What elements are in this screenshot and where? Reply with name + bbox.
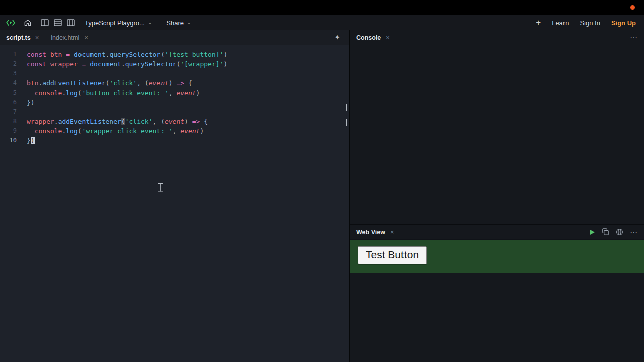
app-header: TypeScript Playgro... ⌄ Share ⌄ + Learn … xyxy=(0,15,644,30)
code-line: console.log('button click event: ', even… xyxy=(27,88,227,98)
test-button[interactable]: Test Button xyxy=(358,246,427,264)
console-header: Console × ⋯ xyxy=(350,30,644,45)
code-line: }) xyxy=(27,98,227,107)
close-icon[interactable]: × xyxy=(84,34,88,41)
side-panels: Console × ⋯ Web View × xyxy=(350,30,644,362)
tab-label: script.ts xyxy=(6,34,31,41)
code-line: console.log('wrapper click event: ', eve… xyxy=(27,126,227,136)
editor-tab-bar: script.ts × index.html × ✦ xyxy=(0,30,349,45)
console-output xyxy=(350,45,644,224)
tab-label: index.html xyxy=(51,34,79,41)
overview-ruler-marker xyxy=(346,104,347,111)
mouse-cursor-ibeam xyxy=(157,183,164,192)
wrapper-area[interactable]: Test Button xyxy=(350,240,644,273)
app-window: TypeScript Playgro... ⌄ Share ⌄ + Learn … xyxy=(0,15,644,362)
line-numbers: 12345678910 xyxy=(0,45,20,362)
project-title-menu[interactable]: TypeScript Playgro... ⌄ xyxy=(85,19,152,27)
code-line: btn.addEventListener('click', (event) =>… xyxy=(27,78,227,88)
share-label: Share xyxy=(166,19,184,27)
webview-title: Web View xyxy=(356,229,385,236)
system-bar xyxy=(0,0,644,15)
webview-menu-icon[interactable]: ⋯ xyxy=(630,228,638,237)
learn-link[interactable]: Learn xyxy=(552,19,569,27)
tab-index-html[interactable]: index.html × xyxy=(51,30,96,45)
code-line xyxy=(27,69,227,78)
webview-panel: Web View × xyxy=(350,224,644,362)
screen: TypeScript Playgro... ⌄ Share ⌄ + Learn … xyxy=(0,0,644,362)
console-menu-icon[interactable]: ⋯ xyxy=(630,33,638,42)
sign-in-link[interactable]: Sign In xyxy=(580,19,600,27)
home-icon[interactable] xyxy=(22,17,33,28)
code-line: }) xyxy=(27,136,227,145)
tab-script-ts[interactable]: script.ts × xyxy=(6,30,47,45)
open-in-browser-globe-icon[interactable] xyxy=(616,228,623,236)
plus-icon[interactable]: + xyxy=(536,18,541,28)
chevron-down-icon: ⌄ xyxy=(187,20,191,25)
layout-rows-icon[interactable] xyxy=(52,17,63,28)
code-line: const wrapper = document.querySelector('… xyxy=(27,59,227,69)
chevron-down-icon: ⌄ xyxy=(148,20,152,25)
sparkles-icon[interactable]: ✦ xyxy=(334,33,340,41)
code-line: const btn = document.querySelector('[tes… xyxy=(27,50,227,59)
webview-body: Test Button xyxy=(350,240,644,362)
layout-grid-icon[interactable] xyxy=(65,17,76,28)
overview-ruler-marker xyxy=(346,119,347,126)
code-line xyxy=(27,107,227,117)
webview-header: Web View × xyxy=(350,225,644,240)
close-icon[interactable]: × xyxy=(390,228,394,236)
share-menu[interactable]: Share ⌄ xyxy=(166,19,191,27)
code-editor[interactable]: 12345678910 const btn = document.querySe… xyxy=(0,45,349,362)
sign-up-link[interactable]: Sign Up xyxy=(611,19,636,27)
duplicate-view-icon[interactable] xyxy=(602,228,609,236)
run-play-icon[interactable] xyxy=(589,229,595,236)
view-layout-group xyxy=(39,17,78,28)
code-line: wrapper.addEventListener('click', (event… xyxy=(27,117,227,126)
editor-pane: script.ts × index.html × ✦ 12345678910 c… xyxy=(0,30,350,362)
console-title: Console xyxy=(356,34,381,41)
project-title: TypeScript Playgro... xyxy=(85,19,145,27)
app-logo-icon[interactable] xyxy=(5,17,16,28)
code-lines: const btn = document.querySelector('[tes… xyxy=(20,45,227,362)
close-icon[interactable]: × xyxy=(35,34,39,41)
recording-indicator-dot xyxy=(630,5,635,10)
console-panel: Console × ⋯ xyxy=(350,30,644,224)
close-icon[interactable]: × xyxy=(386,34,390,41)
layout-columns-icon[interactable] xyxy=(39,17,50,28)
